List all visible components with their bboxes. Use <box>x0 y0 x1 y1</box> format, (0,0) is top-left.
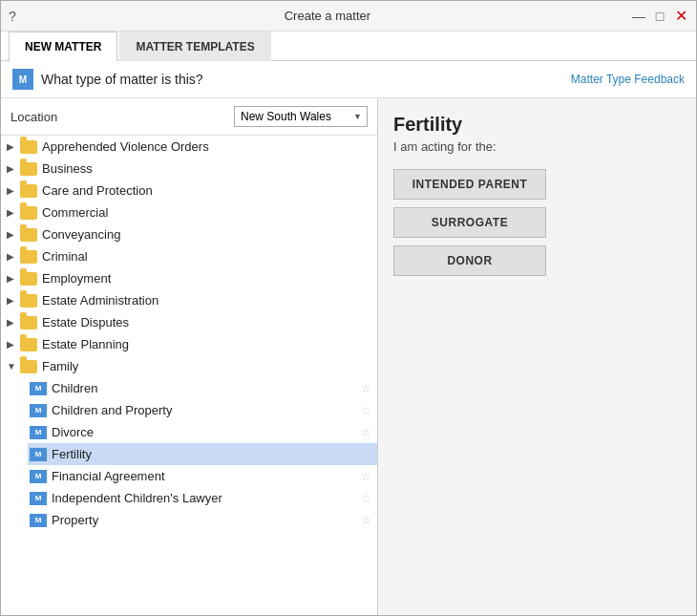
tree-label: Independent Children's Lawyer <box>52 491 357 505</box>
tree-label: Business <box>42 161 371 176</box>
tree-item-children[interactable]: M Children ☆ <box>28 377 377 399</box>
tree-item-business[interactable]: ▶ Business <box>1 158 377 180</box>
tree-item-fertility[interactable]: M Fertility <box>28 443 377 465</box>
donor-button[interactable]: DONOR <box>393 245 546 276</box>
page-title: What type of matter is this? <box>41 72 203 87</box>
minimize-button[interactable]: — <box>631 9 646 24</box>
matter-icon: M <box>30 448 47 461</box>
right-pane: Fertility I am acting for the: INTENDED … <box>378 98 696 615</box>
matter-icon: M <box>30 470 47 483</box>
tree-label: Divorce <box>52 425 357 439</box>
folder-icon <box>20 316 37 329</box>
tree-label: Apprehended Violence Orders <box>42 139 371 154</box>
tree-label: Estate Administration <box>42 293 371 308</box>
star-icon[interactable]: ☆ <box>361 514 371 527</box>
chevron-icon: ▶ <box>7 295 20 306</box>
tree-label: Estate Planning <box>42 337 371 351</box>
matter-icon: M <box>30 382 47 395</box>
chevron-down-icon: ▼ <box>7 361 20 372</box>
maximize-button[interactable]: □ <box>652 9 667 24</box>
folder-icon <box>20 294 37 308</box>
tab-matter-templates[interactable]: MATTER TEMPLATES <box>119 32 270 61</box>
chevron-icon: ▶ <box>7 339 20 350</box>
matter-icon: M <box>30 492 47 505</box>
folder-icon <box>20 228 37 242</box>
tree-item-care[interactable]: ▶ Care and Protection <box>1 180 377 202</box>
chevron-icon: ▶ <box>7 185 20 196</box>
location-label: Location <box>11 110 57 124</box>
header-bar: M What type of matter is this? Matter Ty… <box>1 61 696 98</box>
intended-parent-button[interactable]: INTENDED PARENT <box>393 169 546 200</box>
tree-item-family[interactable]: ▼ Family <box>1 355 377 377</box>
location-select[interactable]: New South Wales Victoria Queensland Sout… <box>234 106 368 127</box>
folder-icon <box>20 272 37 286</box>
tree-item-estate-disputes[interactable]: ▶ Estate Disputes <box>1 311 377 333</box>
matter-icon: M <box>30 514 47 527</box>
tree-container[interactable]: ▶ Apprehended Violence Orders ▶ Business… <box>1 136 377 615</box>
tree-item-criminal[interactable]: ▶ Criminal <box>1 245 377 267</box>
tab-new-matter[interactable]: NEW MATTER <box>9 32 117 61</box>
tree-item-financial-agreement[interactable]: M Financial Agreement ☆ <box>28 465 377 487</box>
matter-type-feedback-link[interactable]: Matter Type Feedback <box>571 73 685 86</box>
folder-icon <box>20 360 37 373</box>
folder-icon <box>20 140 37 154</box>
tree-label: Estate Disputes <box>42 315 371 329</box>
tree-item-apprehended[interactable]: ▶ Apprehended Violence Orders <box>1 136 377 158</box>
tree-item-commercial[interactable]: ▶ Commercial <box>1 202 377 223</box>
star-icon[interactable]: ☆ <box>361 404 371 417</box>
folder-icon <box>20 184 37 198</box>
tree-label: Commercial <box>42 205 371 220</box>
tree-item-independent-childrens[interactable]: M Independent Children's Lawyer ☆ <box>28 487 377 509</box>
star-icon[interactable]: ☆ <box>361 470 371 483</box>
matter-icon: M <box>30 426 47 439</box>
chevron-icon: ▶ <box>7 207 20 218</box>
main-split: Location New South Wales Victoria Queens… <box>1 98 696 615</box>
tree-label: Criminal <box>42 249 371 264</box>
title-bar: ? Create a matter — □ ✕ <box>1 1 696 32</box>
content-area: M What type of matter is this? Matter Ty… <box>1 61 696 615</box>
family-children: M Children ☆ M Children and Property ☆ <box>1 377 377 531</box>
folder-icon <box>20 338 37 351</box>
chevron-icon: ▶ <box>7 163 20 174</box>
tree-item-property[interactable]: M Property ☆ <box>28 509 377 531</box>
folder-icon <box>20 206 37 220</box>
folder-icon <box>20 250 37 264</box>
window-title: Create a matter <box>24 9 631 23</box>
chevron-icon: ▶ <box>7 251 20 262</box>
star-icon[interactable]: ☆ <box>361 492 371 505</box>
help-button[interactable]: ? <box>9 9 16 24</box>
tree-label: Care and Protection <box>42 183 371 198</box>
star-icon[interactable]: ☆ <box>361 426 371 439</box>
window-controls: — □ ✕ <box>631 9 688 24</box>
tree-item-children-property[interactable]: M Children and Property ☆ <box>28 399 377 421</box>
tree-label: Financial Agreement <box>52 469 357 483</box>
tree-label: Conveyancing <box>42 227 371 242</box>
folder-icon <box>20 162 37 176</box>
tab-bar: NEW MATTER MATTER TEMPLATES <box>1 32 696 61</box>
tree-item-employment[interactable]: ▶ Employment <box>1 267 377 289</box>
header-left: M What type of matter is this? <box>12 69 203 90</box>
tree-label: Employment <box>42 271 371 286</box>
tree-item-divorce[interactable]: M Divorce ☆ <box>28 421 377 443</box>
tree-item-estate-admin[interactable]: ▶ Estate Administration <box>1 289 377 311</box>
close-button[interactable]: ✕ <box>673 9 688 24</box>
panel-title: Fertility <box>393 114 681 136</box>
chevron-icon: ▶ <box>7 141 20 152</box>
tree-label: Children and Property <box>52 403 357 417</box>
matter-icon: M <box>30 404 47 417</box>
chevron-icon: ▶ <box>7 229 20 240</box>
chevron-icon: ▶ <box>7 317 20 328</box>
left-pane: Location New South Wales Victoria Queens… <box>1 98 378 615</box>
surrogate-button[interactable]: SURROGATE <box>393 207 546 238</box>
location-select-wrapper: New South Wales Victoria Queensland Sout… <box>234 106 368 127</box>
panel-subtitle: I am acting for the: <box>393 139 681 154</box>
tree-item-estate-planning[interactable]: ▶ Estate Planning <box>1 333 377 355</box>
tree-label: Property <box>52 513 357 527</box>
tree-item-conveyancing[interactable]: ▶ Conveyancing <box>1 223 377 245</box>
star-icon[interactable]: ☆ <box>361 382 371 395</box>
chevron-icon: ▶ <box>7 273 20 284</box>
tree-label: Children <box>52 381 357 395</box>
matter-type-icon: M <box>12 69 33 90</box>
tree-label: Fertility <box>52 447 371 461</box>
location-bar: Location New South Wales Victoria Queens… <box>1 98 377 136</box>
